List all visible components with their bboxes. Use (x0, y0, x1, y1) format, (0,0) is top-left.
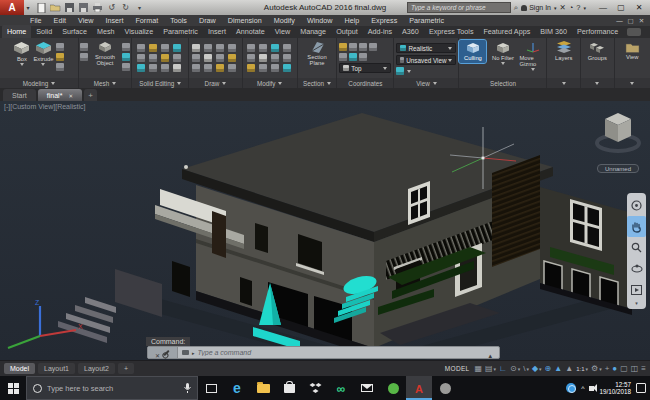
steering-wheel-icon[interactable] (627, 195, 646, 216)
smooth-object-button[interactable]: Smooth Object (91, 40, 119, 66)
ribbon-tab-insert[interactable]: Insert (203, 25, 231, 38)
section-plane-button[interactable]: Section Plane (300, 40, 334, 66)
ribbon-tab-express-tools[interactable]: Express Tools (424, 25, 479, 38)
tool-icon[interactable] (271, 54, 279, 62)
menu-edit[interactable]: Edit (48, 16, 72, 25)
action-center-icon[interactable] (636, 383, 646, 393)
help-caret-icon[interactable]: ▾ (583, 5, 586, 11)
tool-icon[interactable] (173, 54, 181, 62)
groups-button[interactable]: Groups (582, 40, 612, 61)
viewport-canvas[interactable]: Z X (0, 101, 650, 360)
file-tab-close-icon[interactable] (62, 92, 73, 99)
tool-icon[interactable] (204, 54, 212, 62)
scale-caret-icon[interactable]: ▾ (585, 361, 588, 377)
ribbon-tab-solid[interactable]: Solid (31, 25, 57, 38)
taskbar-clock[interactable]: 12:57 19/10/2018 (599, 381, 631, 396)
graphics-performance-icon[interactable] (612, 361, 617, 377)
menu-dimension[interactable]: Dimension (222, 16, 268, 25)
edge-button[interactable] (224, 376, 250, 400)
clean-screen-icon[interactable] (620, 361, 628, 377)
menu-express[interactable]: Express (365, 16, 403, 25)
object-snap-icon[interactable] (532, 361, 538, 377)
tool-icon[interactable] (137, 54, 145, 62)
house-model[interactable] (58, 113, 640, 360)
snap-mode-icon[interactable] (485, 361, 493, 377)
tool-icon[interactable] (271, 44, 279, 52)
polar-tracking-icon[interactable] (510, 361, 517, 377)
tool-icon[interactable] (122, 63, 130, 71)
ortho-mode-icon[interactable] (499, 361, 507, 377)
tool-icon[interactable] (259, 44, 267, 52)
doc-close-button[interactable] (636, 17, 647, 25)
tool-icon[interactable] (283, 44, 291, 52)
showmotion-icon[interactable] (627, 279, 646, 300)
tool-icon[interactable] (349, 53, 357, 61)
tool-icon[interactable] (369, 43, 377, 51)
tool-icon[interactable] (283, 54, 291, 62)
layout-tab-layout1[interactable]: Layout1 (38, 363, 75, 374)
layers-button[interactable]: Layers (549, 40, 579, 61)
tool-icon[interactable] (56, 53, 64, 61)
tool-icon[interactable] (259, 54, 267, 62)
taskbar-search-input[interactable] (47, 384, 179, 393)
ribbon-tab-bim360[interactable]: BIM 360 (535, 25, 572, 38)
visual-style-dropdown[interactable]: Realistic (396, 43, 456, 53)
network-icon[interactable] (566, 383, 576, 393)
command-recent-caret-icon[interactable]: ▸ (192, 350, 195, 356)
tool-icon[interactable] (149, 64, 157, 72)
command-input[interactable] (198, 349, 486, 356)
ribbon-tab-a360[interactable]: A360 (397, 25, 424, 38)
infocenter-search-input[interactable] (407, 2, 511, 13)
dropbox-button[interactable] (302, 376, 328, 400)
gizmo-icon[interactable] (545, 361, 552, 377)
command-close-icon[interactable] (155, 344, 160, 361)
tool-icon[interactable] (247, 54, 255, 62)
workspace-caret-icon[interactable]: ▾ (599, 361, 602, 377)
plot-icon[interactable] (92, 2, 103, 13)
ribbon-tab-manage[interactable]: Manage (295, 25, 331, 38)
messenger-button[interactable] (380, 376, 406, 400)
tool-icon[interactable] (228, 54, 236, 62)
panel-label-view[interactable]: View (394, 78, 458, 88)
command-line-bar[interactable]: ▸ (147, 346, 500, 359)
tool-icon[interactable] (216, 54, 224, 62)
exchange-apps-icon[interactable]: ✕ (559, 3, 565, 12)
tool-icon[interactable] (204, 64, 212, 72)
polar-caret-icon[interactable]: ▾ (518, 361, 521, 377)
panel-label-modeling[interactable]: Modeling (0, 78, 78, 88)
tool-icon[interactable] (216, 44, 224, 52)
tool-icon[interactable] (137, 64, 145, 72)
volume-icon[interactable] (589, 386, 594, 391)
grid-display-icon[interactable] (474, 361, 482, 377)
annotation-visibility-icon[interactable] (554, 361, 562, 377)
isolate-objects-icon[interactable] (631, 361, 639, 377)
ribbon-tab-view[interactable]: View (270, 25, 295, 38)
mail-button[interactable] (354, 376, 380, 400)
layout-tab-layout2[interactable]: Layout2 (78, 363, 115, 374)
ribbon-tab-visualize[interactable]: Visualize (120, 25, 159, 38)
menu-help[interactable]: Help (338, 16, 365, 25)
drawing-viewport[interactable]: Z X [-][Custom View][Realistic] Unnamed … (0, 101, 650, 360)
restore-button[interactable] (612, 3, 630, 12)
open-icon[interactable] (50, 2, 61, 13)
customization-menu-icon[interactable] (641, 361, 646, 377)
ucs-icon[interactable]: Z X (8, 299, 83, 348)
tool-icon[interactable] (137, 44, 145, 52)
tool-icon[interactable] (228, 64, 236, 72)
viewport-config-row[interactable] (396, 67, 456, 75)
iso-caret-icon[interactable]: ▾ (526, 361, 529, 377)
taskbar-search[interactable] (26, 376, 198, 400)
task-view-button[interactable] (198, 376, 224, 400)
panel-label-coordinates[interactable]: Coordinates (337, 78, 393, 88)
a360-icon[interactable]: ◔ (569, 3, 574, 12)
tool-icon[interactable] (247, 64, 255, 72)
tool-icon[interactable] (228, 44, 236, 52)
layout-tab-model[interactable]: Model (4, 363, 35, 374)
signin-caret-icon[interactable]: ▾ (554, 5, 557, 11)
ribbon-tab-addins[interactable]: Add-ins (363, 25, 397, 38)
space-indicator[interactable]: MODEL (445, 365, 470, 372)
tool-icon[interactable] (161, 54, 169, 62)
annotation-monitor-icon[interactable] (605, 361, 610, 377)
tool-icon[interactable] (122, 43, 130, 51)
menu-draw[interactable]: Draw (193, 16, 222, 25)
